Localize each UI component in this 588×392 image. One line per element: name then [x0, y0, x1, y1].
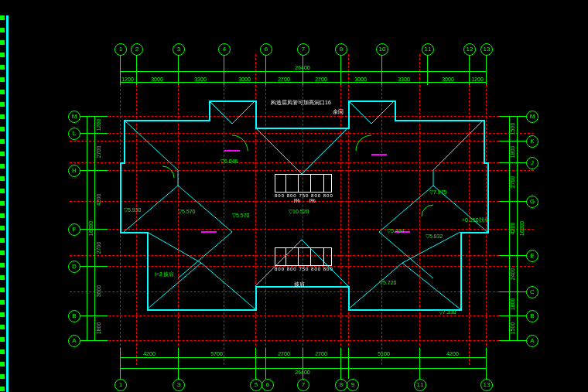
tick	[340, 54, 341, 85]
elev-mark-4: ▽5.570	[232, 213, 250, 219]
axis-bubble-left-F: F	[68, 223, 80, 236]
elev-mark-5: ▽10.520	[289, 209, 309, 215]
grid-v-12	[469, 54, 470, 365]
grid-h-L	[70, 133, 534, 135]
elev-mark-1: ▽5.930	[124, 207, 142, 213]
dim-bot-0: 4200	[143, 351, 156, 356]
elev-mark-10: ▽7.330	[439, 309, 456, 315]
dim-left-2: 4200	[96, 194, 101, 206]
dim-left-4: 3600	[96, 285, 101, 298]
elev-mark-2: ▽5.570	[178, 209, 196, 215]
dim-bot-4: 5100	[378, 351, 390, 356]
grid-h-G	[70, 201, 534, 203]
grid-v-8	[340, 54, 342, 365]
axis-bubble-right-G: G	[526, 196, 538, 208]
tick	[340, 348, 341, 379]
axis-bubble-bot-7: 7	[297, 379, 309, 391]
grid-h-H	[70, 170, 534, 172]
tick	[178, 348, 179, 379]
axis-bubble-top-12: 12	[463, 43, 476, 56]
elev-mark-7: ▽5.494	[387, 228, 405, 234]
axis-bubble-top-2: 2	[131, 43, 143, 56]
grid-h-M	[70, 116, 534, 118]
axis-bubble-right-J: J	[526, 157, 538, 169]
tick	[80, 315, 108, 316]
dim-top-9: 1200	[471, 77, 484, 82]
axis-bubble-top-6: 6	[260, 43, 272, 56]
tick	[499, 315, 526, 316]
dim-right-4: 2400	[510, 268, 515, 281]
anno-note3: i=2 披肩	[155, 271, 174, 278]
tick	[80, 116, 108, 117]
tick	[499, 201, 526, 202]
wall	[147, 309, 255, 311]
axis-bubble-bot-5: 5	[250, 379, 262, 391]
dim-bot-5: 4200	[446, 351, 459, 356]
axis-bubble-top-11: 11	[422, 43, 434, 56]
grid-h-J	[70, 162, 534, 164]
dim-left-1: 2700	[96, 146, 101, 159]
wall	[124, 120, 209, 121]
anno-note1: 构造层风管可加高洞口16	[271, 99, 331, 107]
dim-line-right2	[517, 116, 518, 340]
window-dim-lower: 800 800 750 800 800	[275, 267, 333, 271]
window-upper	[275, 174, 332, 193]
axis-bubble-left-M: M	[68, 111, 80, 123]
axis-bubble-right-C: C	[526, 286, 538, 298]
dim-bot-2: 2700	[278, 351, 290, 356]
axis-bubble-top-4: 4	[218, 43, 231, 56]
tick	[265, 348, 266, 379]
dim-right-3: 4200	[510, 223, 515, 235]
anno-note4: 披肩	[294, 281, 305, 288]
wall	[147, 232, 149, 309]
dim-right-5: 1800	[510, 298, 515, 311]
dim-right-overall: 16200	[519, 221, 525, 236]
elev-mark-6: ▽7.975	[429, 189, 447, 196]
dim-bot-1: 5700	[210, 351, 223, 356]
wall	[209, 101, 255, 102]
dim-top-3: 3000	[238, 77, 251, 82]
tick	[178, 54, 179, 85]
tick	[224, 54, 224, 85]
tick	[265, 54, 266, 85]
dim-top-6: 3000	[354, 77, 367, 82]
window-lower	[275, 247, 332, 266]
tick	[303, 348, 303, 379]
wall	[395, 120, 484, 121]
tick	[499, 255, 526, 256]
tick	[486, 54, 487, 85]
dim-top-4: 2700	[278, 77, 290, 82]
tick	[80, 266, 108, 267]
tick	[381, 54, 382, 85]
wall	[460, 232, 462, 311]
tick	[80, 170, 108, 171]
wall	[255, 101, 257, 128]
ruler-strip-1	[0, 15, 5, 392]
tick	[427, 54, 428, 85]
dim-top-0: 1200	[121, 77, 134, 82]
dim-left-5: 1800	[96, 322, 101, 335]
dim-top-8: 3000	[442, 77, 454, 82]
tick	[419, 348, 420, 379]
axis-bubble-left-B: B	[68, 310, 80, 322]
axis-bubble-top-3: 3	[173, 43, 185, 56]
dim-right-6: 1500	[510, 322, 515, 335]
axis-bubble-right-A: A	[526, 335, 538, 347]
tick	[499, 340, 526, 341]
tick	[80, 229, 108, 230]
anno-note2: 余同	[333, 108, 344, 116]
dim-left-3: 2700	[96, 242, 101, 254]
axis-bubble-bot-9: 9	[347, 379, 359, 391]
grid-h-A	[70, 340, 534, 342]
axis-bubble-left-D: D	[68, 261, 80, 273]
axis-bubble-right-E: E	[526, 250, 538, 262]
tick	[120, 54, 121, 85]
ruler-strip-2	[6, 15, 9, 392]
axis-bubble-top-8: 8	[335, 43, 347, 56]
dim-line-left	[87, 116, 87, 340]
axis-bubble-bot-8: 8	[335, 379, 347, 391]
elev-mark-9: ▽5.720	[379, 280, 397, 286]
tick	[348, 348, 349, 379]
dim-top-7: 3300	[398, 77, 410, 82]
cad-floor-plan: { "chart_data": { "type": "architectural…	[0, 0, 588, 392]
